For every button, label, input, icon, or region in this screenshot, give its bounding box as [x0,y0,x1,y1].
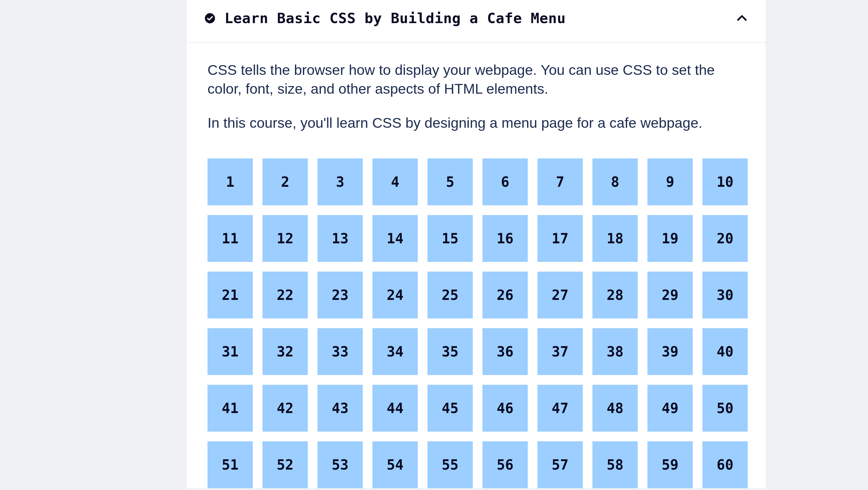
step-button-38[interactable]: 38 [592,328,638,375]
step-button-50[interactable]: 50 [703,385,748,432]
course-card: Learn Basic CSS by Building a Cafe Menu … [187,0,766,488]
step-button-24[interactable]: 24 [372,271,418,318]
page-root: Learn Basic CSS by Building a Cafe Menu … [0,0,868,490]
step-button-11[interactable]: 11 [208,215,253,262]
course-description-2: In this course, you'll learn CSS by desi… [208,113,745,132]
step-button-45[interactable]: 45 [428,385,473,432]
course-description-1: CSS tells the browser how to display you… [208,60,745,98]
chevron-up-icon[interactable] [735,11,749,25]
steps-grid: 1234567891011121314151617181920212223242… [208,158,745,488]
step-button-4[interactable]: 4 [372,158,418,205]
step-button-10[interactable]: 10 [703,158,748,205]
step-button-41[interactable]: 41 [208,385,253,432]
course-header[interactable]: Learn Basic CSS by Building a Cafe Menu [187,0,766,43]
step-button-47[interactable]: 47 [537,385,583,432]
course-title: Learn Basic CSS by Building a Cafe Menu [224,10,566,26]
step-button-1[interactable]: 1 [208,158,253,205]
step-button-35[interactable]: 35 [428,328,473,375]
check-circle-icon [204,12,216,24]
step-button-57[interactable]: 57 [537,441,583,488]
step-button-19[interactable]: 19 [647,215,693,262]
step-button-44[interactable]: 44 [372,385,418,432]
step-button-36[interactable]: 36 [483,328,528,375]
step-button-8[interactable]: 8 [592,158,638,205]
step-button-2[interactable]: 2 [262,158,308,205]
course-header-left: Learn Basic CSS by Building a Cafe Menu [204,10,566,26]
step-button-21[interactable]: 21 [208,271,253,318]
step-button-39[interactable]: 39 [647,328,693,375]
step-button-51[interactable]: 51 [208,441,253,488]
step-button-34[interactable]: 34 [372,328,418,375]
step-button-6[interactable]: 6 [483,158,528,205]
step-button-40[interactable]: 40 [703,328,748,375]
step-button-26[interactable]: 26 [483,271,528,318]
step-button-5[interactable]: 5 [428,158,473,205]
step-button-12[interactable]: 12 [262,215,308,262]
step-button-56[interactable]: 56 [483,441,528,488]
step-button-33[interactable]: 33 [317,328,363,375]
step-button-27[interactable]: 27 [537,271,583,318]
step-button-46[interactable]: 46 [483,385,528,432]
step-button-42[interactable]: 42 [262,385,308,432]
step-button-32[interactable]: 32 [262,328,308,375]
step-button-48[interactable]: 48 [592,385,638,432]
step-button-3[interactable]: 3 [317,158,363,205]
step-button-9[interactable]: 9 [647,158,693,205]
step-button-55[interactable]: 55 [428,441,473,488]
step-button-49[interactable]: 49 [647,385,693,432]
svg-point-0 [205,13,215,23]
step-button-23[interactable]: 23 [317,271,363,318]
step-button-52[interactable]: 52 [262,441,308,488]
step-button-22[interactable]: 22 [262,271,308,318]
step-button-53[interactable]: 53 [317,441,363,488]
step-button-37[interactable]: 37 [537,328,583,375]
step-button-17[interactable]: 17 [537,215,583,262]
step-button-20[interactable]: 20 [703,215,748,262]
step-button-58[interactable]: 58 [592,441,638,488]
step-button-25[interactable]: 25 [428,271,473,318]
step-button-16[interactable]: 16 [483,215,528,262]
step-button-7[interactable]: 7 [537,158,583,205]
step-button-31[interactable]: 31 [208,328,253,375]
step-button-30[interactable]: 30 [703,271,748,318]
step-button-18[interactable]: 18 [592,215,638,262]
step-button-54[interactable]: 54 [372,441,418,488]
course-body: CSS tells the browser how to display you… [187,43,766,488]
step-button-14[interactable]: 14 [372,215,418,262]
step-button-28[interactable]: 28 [592,271,638,318]
step-button-15[interactable]: 15 [428,215,473,262]
step-button-29[interactable]: 29 [647,271,693,318]
step-button-60[interactable]: 60 [703,441,748,488]
step-button-59[interactable]: 59 [647,441,693,488]
step-button-13[interactable]: 13 [317,215,363,262]
step-button-43[interactable]: 43 [317,385,363,432]
